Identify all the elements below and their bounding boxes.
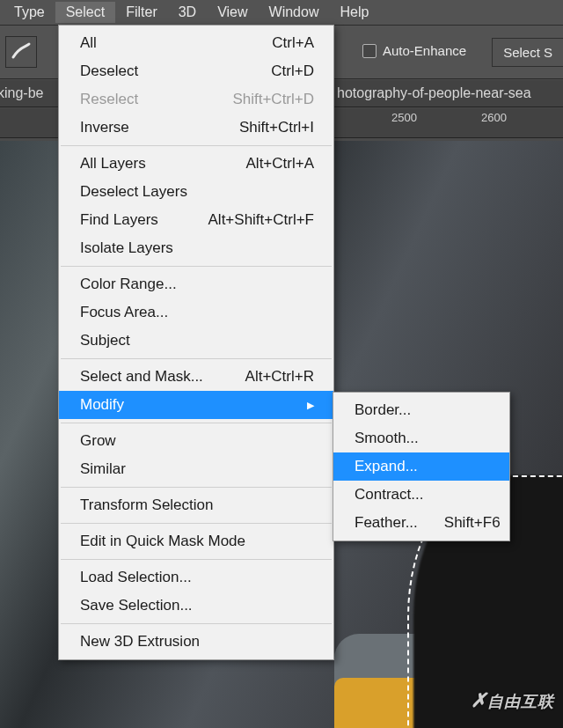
menu-item-label: Border... [355,401,411,419]
menu-item-shortcut: Alt+Shift+Ctrl+F [182,211,314,229]
menu-item[interactable]: Feather...Shift+F6 [333,509,509,537]
menu-item-label: Deselect Layers [80,183,187,201]
menu-item[interactable]: Find LayersAlt+Shift+Ctrl+F [59,206,333,234]
menu-item-label: Feather... [355,514,418,532]
menu-item[interactable]: Smooth... [333,424,509,452]
menu-item[interactable]: AllCtrl+A [59,29,333,57]
menu-item-label: Smooth... [355,430,419,447]
menu-type[interactable]: Type [4,2,55,23]
menu-item-label: Subject [80,332,130,349]
menu-item-label: Edit in Quick Mask Mode [80,533,245,550]
ruler-tick: 2500 [391,111,417,124]
menu-item-label: Load Selection... [80,569,192,586]
menu-item[interactable]: New 3D Extrusion [59,628,333,656]
menu-item-shortcut: Alt+Ctrl+R [219,368,314,386]
menu-item-label: Isolate Layers [80,239,173,257]
menu-view[interactable]: View [207,2,258,23]
menu-item[interactable]: Save Selection... [59,592,333,620]
menu-select[interactable]: Select [55,2,115,23]
menu-item-label: Deselect [80,63,138,80]
menu-item-shortcut: Shift+Ctrl+D [206,91,314,108]
menu-item[interactable]: Contract... [333,481,509,509]
menu-filter[interactable]: Filter [115,2,168,23]
menu-item-shortcut: Alt+Ctrl+A [220,155,314,173]
menu-item[interactable]: Color Range... [59,270,333,298]
select-and-mask-button[interactable]: Select S [492,38,563,67]
menu-item[interactable]: Select and Mask...Alt+Ctrl+R [59,363,333,391]
tool-preset-icon[interactable] [5,36,37,68]
watermark: ✗自由互联 [471,689,554,712]
menu-item[interactable]: Border... [333,396,509,424]
menu-item[interactable]: Expand... [333,452,509,481]
select-menu-dropdown: AllCtrl+ADeselectCtrl+DReselectShift+Ctr… [58,25,334,660]
menu-item-shortcut: Ctrl+A [245,34,314,52]
menu-item[interactable]: Similar [59,455,333,483]
menu-item-shortcut: Ctrl+D [245,63,314,80]
menu-3d[interactable]: 3D [168,2,207,23]
menu-item-label: All [80,34,97,52]
menu-item-label: Find Layers [80,211,158,229]
menu-item[interactable]: Transform Selection [59,491,333,519]
menu-item[interactable]: Modify▶ [59,391,333,419]
menu-item[interactable]: Load Selection... [59,563,333,592]
auto-enhance-option[interactable]: Auto-Enhance [362,43,466,58]
menu-item-label: Inverse [80,119,129,136]
document-tab-left[interactable]: king-be [0,81,48,106]
menu-item-shortcut: Shift+F6 [418,514,501,532]
watermark-x-icon: ✗ [471,689,487,711]
ruler-tick: 2600 [481,111,507,124]
menu-item-label: Transform Selection [80,496,213,514]
menu-window[interactable]: Window [259,2,330,23]
menu-help[interactable]: Help [329,2,379,23]
menu-item-label: New 3D Extrusion [80,633,200,651]
menu-item-label: Reselect [80,91,138,108]
menu-item-label: Contract... [355,486,423,504]
watermark-text: 自由互联 [487,693,554,710]
menu-item[interactable]: Subject [59,327,333,355]
submenu-arrow-icon: ▶ [307,400,314,411]
document-tab-right[interactable]: hotography-of-people-near-sea [333,81,536,106]
menu-item-label: Select and Mask... [80,368,203,386]
menu-item-label: All Layers [80,155,146,173]
menu-item-label: Color Range... [80,276,177,293]
menu-item[interactable]: Grow [59,427,333,455]
menu-item-shortcut: Shift+Ctrl+I [213,119,314,136]
menu-item[interactable]: Deselect Layers [59,178,333,206]
menu-item[interactable]: DeselectCtrl+D [59,57,333,85]
menu-item[interactable]: ReselectShift+Ctrl+D [59,85,333,114]
modify-submenu-dropdown: Border...Smooth...Expand...Contract...Fe… [333,392,510,541]
menu-item[interactable]: Isolate Layers [59,234,333,262]
menu-item-label: Expand... [355,458,418,475]
menubar: Type Select Filter 3D View Window Help [0,0,563,26]
menu-item-label: Save Selection... [80,597,193,614]
menu-item-label: Grow [80,432,116,450]
menu-item-label: Similar [80,460,126,478]
menu-item[interactable]: Edit in Quick Mask Mode [59,527,333,555]
menu-item[interactable]: All LayersAlt+Ctrl+A [59,150,333,178]
menu-item[interactable]: InverseShift+Ctrl+I [59,114,333,142]
menu-item-label: Modify [80,396,124,414]
menu-item[interactable]: Focus Area... [59,298,333,327]
auto-enhance-label: Auto-Enhance [383,43,466,58]
menu-item-label: Focus Area... [80,304,168,321]
checkbox-icon[interactable] [362,44,377,58]
